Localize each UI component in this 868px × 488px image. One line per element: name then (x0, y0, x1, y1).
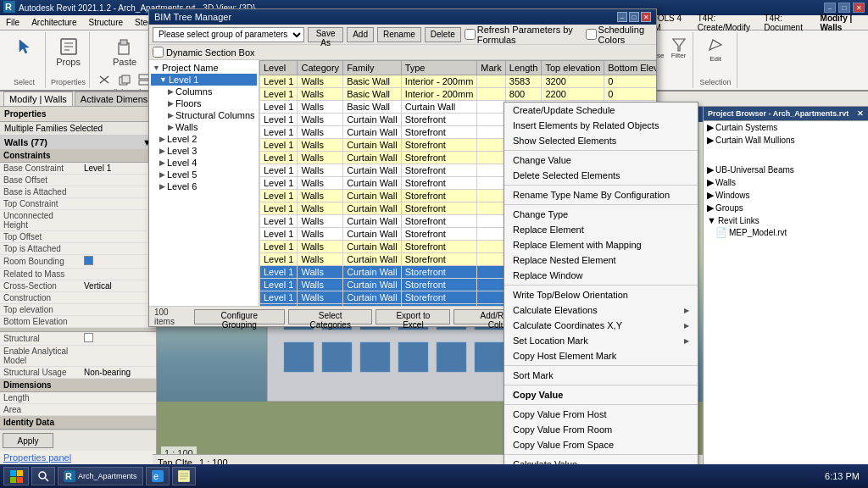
tab-modify-walls[interactable]: Modify | Walls (3, 92, 73, 106)
ctx-copy-host-val[interactable]: Copy Value From Host (504, 407, 698, 422)
menu-t4r-create[interactable]: T4R: Create/Modify (695, 14, 755, 32)
pb-item-mep-model[interactable]: 📄 MEP_Model.rvt (704, 226, 868, 239)
save-as-button[interactable]: Save As (308, 27, 343, 42)
tree-floors[interactable]: ▶ Floors (151, 97, 257, 109)
rename-param-button[interactable]: Rename (377, 27, 421, 42)
tree-level1[interactable]: ▼ Level 1 (151, 74, 257, 86)
ctx-replace-nested[interactable]: Replace Nested Element (504, 252, 698, 268)
refresh-checkbox-label[interactable]: Refresh Parameters by Formulas (465, 25, 579, 45)
ctx-copy-room-val[interactable]: Copy Value From Room (504, 422, 698, 437)
menu-t4r-doc[interactable]: T4R: Document (761, 14, 810, 32)
bim-modal-maximize[interactable]: □ (629, 12, 639, 22)
taskbar-revit[interactable]: R Arch_Apartments (58, 467, 143, 485)
configure-grouping-button[interactable]: Configure Grouping (194, 309, 286, 324)
tree-walls[interactable]: ▶ Walls (151, 121, 257, 133)
tree-level3[interactable]: ▶ Level 3 (151, 145, 257, 157)
tree-project[interactable]: ▼ Project Name (151, 62, 257, 74)
expand-icon-4: ▶ (707, 177, 714, 188)
ctx-copy-value[interactable]: Copy Value (504, 387, 698, 402)
ctx-show-selected[interactable]: Show Selected Elements (504, 133, 698, 148)
svg-rect-85 (10, 470, 16, 476)
table-row[interactable]: Level 1WallsBasic WallInterior - 200mm35… (260, 75, 657, 88)
properties-button[interactable]: Props (53, 34, 83, 69)
cut-button[interactable] (95, 71, 114, 88)
pb-item-groups[interactable]: ▶ Groups (704, 202, 868, 214)
svg-rect-78 (398, 342, 428, 372)
ctx-write-top-below[interactable]: Write Top/Below Orientation (504, 287, 698, 302)
ctx-calc-elevations[interactable]: Calculate Elevations▶ (504, 302, 698, 318)
ribbon-group-select-label: Select (14, 78, 35, 86)
pb-item-revit-links[interactable]: ▼ Revit Links (704, 214, 868, 226)
delete-param-button[interactable]: Delete (425, 27, 461, 42)
pb-item-windows[interactable]: ▶ Windows (704, 189, 868, 202)
ctx-change-value[interactable]: Change Value (504, 152, 698, 168)
ctx-sort-mark[interactable]: Sort Mark (504, 368, 698, 383)
select-categories-button[interactable]: Select Categories (288, 309, 372, 324)
expand-icon-6: ▶ (707, 202, 714, 214)
ctx-rename-type[interactable]: Rename Type Name By Configuration (504, 187, 698, 202)
properties-panel: Properties Multiple Families Selected Wa… (0, 107, 157, 464)
project-browser-close[interactable]: ✕ (857, 109, 864, 118)
ctx-insert-elements[interactable]: Insert Elements by Related Objects (504, 118, 698, 133)
table-row[interactable]: Level 1WallsBasic WallInterior - 200mm80… (260, 88, 657, 101)
properties-link[interactable]: Properties panel (3, 452, 71, 463)
menu-structure[interactable]: Structure (86, 18, 125, 27)
minimize-button[interactable]: – (824, 3, 836, 13)
export-excel-button[interactable]: Export to Excel (376, 309, 450, 324)
ctx-create-schedule[interactable]: Create/Update Schedule (504, 103, 698, 118)
copy-button[interactable] (115, 71, 134, 88)
ribbon-group-properties-label: Properties (51, 78, 86, 86)
menu-file[interactable]: File (3, 18, 22, 27)
maximize-button[interactable]: □ (838, 3, 850, 13)
taskbar-search[interactable] (31, 467, 55, 485)
ctx-copy-host[interactable]: Copy Host Element Mark (504, 348, 698, 363)
taskbar-notepad[interactable] (172, 467, 196, 485)
dynamic-section-checkbox[interactable] (153, 47, 164, 58)
ctx-replace-window[interactable]: Replace Window (504, 268, 698, 283)
svg-text:R: R (65, 471, 72, 481)
taskbar-start[interactable] (3, 467, 29, 485)
pb-item-walls[interactable]: ▶ Walls (704, 176, 868, 189)
bim-modal-minimize[interactable]: – (617, 12, 627, 22)
tree-level5[interactable]: ▶ Level 5 (151, 169, 257, 180)
tree-columns[interactable]: ▶ Columns (151, 86, 257, 97)
tree-level2[interactable]: ▶ Level 2 (151, 133, 257, 145)
refresh-checkbox[interactable] (465, 29, 476, 40)
pb-item-curtain-mullions[interactable]: ▶ Curtain Wall Mullions (704, 134, 868, 147)
ctx-change-type[interactable]: Change Type (504, 207, 698, 222)
ribbon-group-selection: Edit Selection (695, 32, 737, 88)
edit-button[interactable]: Edit (704, 34, 727, 65)
bim-modal-close[interactable]: ✕ (641, 12, 651, 22)
prop-row-top-attached: Top is Attached (0, 243, 156, 255)
scheduling-checkbox[interactable] (586, 29, 597, 40)
ctx-replace-mapping[interactable]: Replace Element with Mapping (504, 237, 698, 252)
expand-icon-2: ▶ (707, 135, 714, 146)
close-button[interactable]: ✕ (853, 3, 865, 13)
pb-item-curtain-systems[interactable]: ▶ Curtain Systems (704, 121, 868, 134)
taskbar-explorer[interactable]: e (146, 467, 170, 485)
prop-row-top-elevation: Top elevation (0, 304, 156, 316)
families-selected-label: Multiple Families Selected (0, 122, 156, 136)
menu-architecture[interactable]: Architecture (29, 18, 79, 27)
filter-button[interactable]: Filter (669, 34, 689, 62)
tree-level4[interactable]: ▶ Level 4 (151, 157, 257, 169)
tree-structural-columns[interactable]: ▶ Structural Columns (151, 109, 257, 121)
menu-modify-walls[interactable]: Modify | Walls (818, 14, 865, 32)
pb-item-ub-beams[interactable]: ▶ UB-Universal Beams (704, 164, 868, 176)
select-button[interactable] (12, 34, 37, 59)
apply-button[interactable]: Apply (3, 433, 53, 448)
add-param-button[interactable]: Add (347, 27, 374, 42)
ctx-set-location[interactable]: Set Location Mark▶ (504, 333, 698, 348)
ctx-replace-element[interactable]: Replace Element (504, 222, 698, 237)
ctx-delete-selected[interactable]: Delete Selected Elements (504, 168, 698, 183)
ctx-copy-space-val[interactable]: Copy Value From Space (504, 437, 698, 452)
paste-button[interactable]: Paste (110, 34, 139, 69)
context-menu[interactable]: Create/Update Schedule Insert Elements b… (504, 102, 698, 488)
scheduling-checkbox-label[interactable]: Scheduling Colors (586, 25, 653, 45)
prop-row-base-attached: Base is Attached (0, 186, 156, 198)
tree-level6[interactable]: ▶ Level 6 (151, 180, 257, 192)
prop-row-construction: Construction (0, 292, 156, 304)
param-group-select[interactable]: Please select group of parameters (153, 27, 304, 42)
dynamic-checkbox-label[interactable]: Dynamic Section Box (153, 47, 255, 58)
ctx-calc-coordinates[interactable]: Calculate Coordinates X,Y▶ (504, 318, 698, 333)
